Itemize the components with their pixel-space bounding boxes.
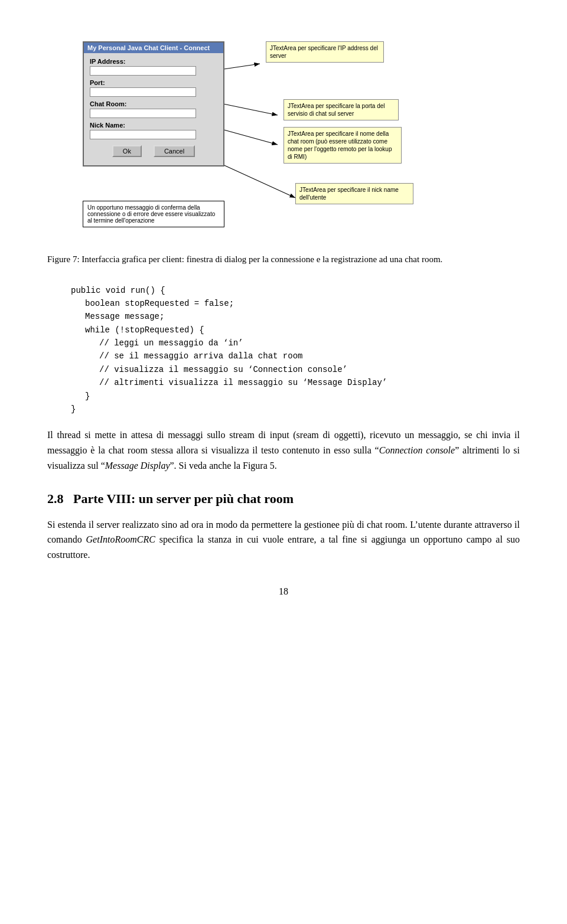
port-label: Port: (90, 79, 217, 86)
paragraph-1: Il thread si mette in attesa di messaggi… (47, 427, 520, 473)
diagram-container: My Personal Java Chat Client - Connect I… (77, 24, 490, 242)
port-input[interactable] (90, 87, 196, 97)
section-number: 2.8 (47, 491, 64, 506)
dialog-row-ip: IP Address: (90, 58, 217, 76)
chatroom-input[interactable] (90, 109, 196, 118)
code-block: public void run() { boolean stopRequeste… (71, 284, 520, 416)
bottom-message-box: Un opportuno messaggio di conferma della… (83, 201, 224, 227)
code-line-10: } (71, 403, 520, 416)
ip-input[interactable] (90, 66, 196, 76)
code-line-2: boolean stopRequested = false; (85, 297, 520, 310)
section-heading: 2.8 Parte VIII: un server per più chat r… (47, 491, 520, 508)
section-title: Parte VIII: un server per più chat room (73, 491, 294, 506)
nickname-label: Nick Name: (90, 122, 217, 129)
paragraph-2: Si estenda il server realizzato sino ad … (47, 517, 520, 563)
dialog-buttons: Ok Cancel (90, 145, 217, 161)
chatroom-label: Chat Room: (90, 100, 217, 107)
figure-caption: Figure 7: Interfaccia grafica per client… (47, 253, 520, 266)
dialog-window: My Personal Java Chat Client - Connect I… (83, 41, 224, 166)
code-line-3: Message message; (85, 310, 520, 323)
dialog-titlebar: My Personal Java Chat Client - Connect (84, 43, 223, 53)
page-number: 18 (47, 586, 520, 597)
dialog-row-nickname: Nick Name: (90, 122, 217, 139)
code-line-5: // leggi un messaggio da ‘in’ (99, 337, 520, 350)
dialog-body: IP Address: Port: Chat Room: Nick Name: … (84, 53, 223, 165)
ip-label: IP Address: (90, 58, 217, 65)
annotation-ip: JTextArea per specificare l'IP address d… (266, 41, 384, 63)
dialog-row-port: Port: (90, 79, 217, 97)
code-line-8: // altrimenti visualizza il messaggio su… (99, 376, 520, 389)
ok-button[interactable]: Ok (112, 145, 142, 157)
code-line-1: public void run() { (71, 284, 520, 297)
code-line-6: // se il messaggio arriva dalla chat roo… (99, 350, 520, 363)
figure-area: My Personal Java Chat Client - Connect I… (47, 18, 520, 242)
annotation-port: JTextArea per specificare la porta del s… (284, 99, 399, 120)
code-line-7: // visualizza il messaggio su ‘Connectio… (99, 363, 520, 376)
annotation-nickname: JTextArea per specificare il nick name d… (295, 183, 413, 204)
annotation-chatroom: JTextArea per specificare il nome della … (284, 127, 402, 164)
section-title-spacer (67, 491, 70, 506)
cancel-button[interactable]: Cancel (154, 145, 195, 157)
code-line-9: } (85, 390, 520, 403)
dialog-row-chatroom: Chat Room: (90, 100, 217, 118)
nickname-input[interactable] (90, 130, 196, 139)
code-line-4: while (!stopRequested) { (85, 324, 520, 337)
